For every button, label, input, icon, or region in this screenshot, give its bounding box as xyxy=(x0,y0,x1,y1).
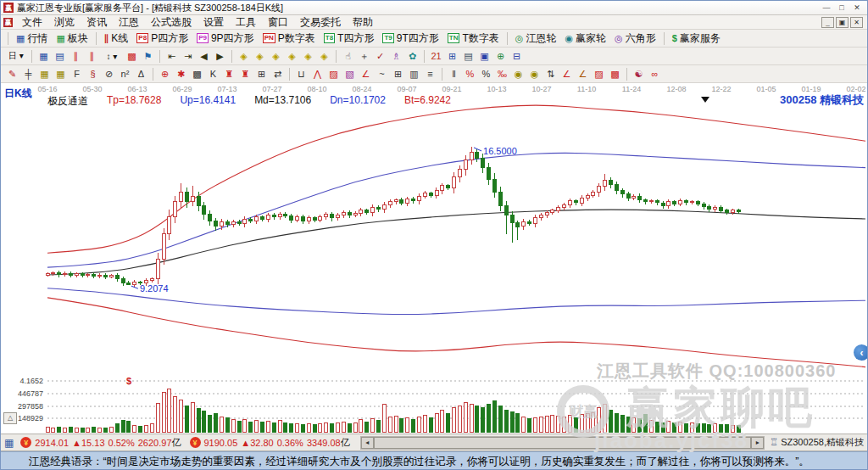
save-icon[interactable]: ▣ xyxy=(476,48,492,64)
mdi-minimize-button[interactable]: _ xyxy=(821,17,834,28)
toolbar-sectors-button[interactable]: ▦板块 xyxy=(56,31,87,46)
diamond-expand-v-icon[interactable]: ◈ xyxy=(284,48,300,64)
notepad-icon[interactable]: ▤ xyxy=(460,48,476,64)
menu-item-2[interactable]: 浏览 xyxy=(48,16,81,28)
gann-box-icon[interactable]: ▦ xyxy=(36,66,53,81)
volume-pane-toggle[interactable]: △ xyxy=(3,412,17,424)
magic-tool-icon[interactable]: ♗ xyxy=(388,48,404,64)
percent-box-icon[interactable]: % xyxy=(462,66,478,81)
mdi-close-button[interactable]: ✕ xyxy=(850,17,863,28)
menu-item-4[interactable]: 江恩 xyxy=(113,16,145,28)
toolbar-p-square-button[interactable]: P8P四方形 xyxy=(136,31,188,46)
candle-small-icon[interactable]: ∥ xyxy=(68,48,84,64)
diamond-expand-h-icon[interactable]: ◈ xyxy=(268,48,284,64)
taiji-icon[interactable]: ☯ xyxy=(631,66,647,81)
toolbar-winner-service-button[interactable]: $赢家服务 xyxy=(672,31,721,46)
angle-ruler-icon[interactable]: ∠ xyxy=(358,66,374,81)
quote-board-icon[interactable]: ▤ xyxy=(52,48,68,64)
crosshair-tool-icon[interactable]: ＋ xyxy=(356,48,372,64)
marker-tool-icon[interactable]: ✓ xyxy=(372,48,388,64)
hatch-lines-icon[interactable]: ╪ xyxy=(20,66,36,81)
toolbar-t-number-table-button[interactable]: TNT数字表 xyxy=(448,31,499,46)
menu-item-3[interactable]: 资讯 xyxy=(81,16,113,28)
flag-marker-icon[interactable]: ⚑ xyxy=(140,48,156,64)
menu-item-6[interactable]: 设置 xyxy=(198,16,230,28)
fan-lines-icon[interactable]: ✱ xyxy=(173,66,189,81)
fibonacci-icon[interactable]: F xyxy=(69,66,85,81)
cycle-tower-icon[interactable]: ♜ xyxy=(221,66,237,81)
arc-tool-icon[interactable]: ⊘ xyxy=(101,66,117,81)
pen-tool-icon[interactable]: ✎ xyxy=(4,66,20,81)
diamond-left-icon[interactable]: ◈ xyxy=(236,48,252,64)
scale-dropdown[interactable]: ↕ ▾ xyxy=(100,48,124,64)
current-stock[interactable]: ♖ SZ300258,精锻科技 xyxy=(770,436,864,449)
calendar-icon[interactable]: 21 xyxy=(428,48,444,64)
gann-box9-icon[interactable]: ▦ xyxy=(53,66,69,81)
diamond-zoom-in-icon[interactable]: ◈ xyxy=(300,48,316,64)
grid-fill-icon[interactable]: ▩ xyxy=(189,66,205,81)
next-bar-icon[interactable]: ▶ xyxy=(212,48,228,64)
square-number-icon[interactable]: n² xyxy=(117,66,133,81)
target-marker-icon[interactable]: ⊕ xyxy=(157,66,173,81)
menu-item-9[interactable]: 交易委托 xyxy=(294,16,347,28)
calculator-icon[interactable]: ⊞ xyxy=(444,48,460,64)
cycle-tower2-icon[interactable]: ♜ xyxy=(237,66,253,81)
channel-tool-icon[interactable]: ⊔ xyxy=(293,66,309,81)
toolbar-t-square-button[interactable]: T8T四方形 xyxy=(324,31,375,46)
period-day-dropdown[interactable]: 日 ▾ xyxy=(4,48,28,64)
toolbar-p9-square-button[interactable]: P99P四方形 xyxy=(197,31,253,46)
shade-box-icon[interactable]: ▨ xyxy=(326,66,342,81)
levels-tool-icon[interactable]: ≡ xyxy=(422,66,438,81)
candle-zoom-icon[interactable]: ∥ xyxy=(84,48,100,64)
permille-icon[interactable]: ‰ xyxy=(494,66,510,81)
bands-tool-icon[interactable]: ▥ xyxy=(406,66,422,81)
scroll-right-arrow[interactable]: ▸ xyxy=(751,437,764,449)
diamond-zoom-out-icon[interactable]: ◈ xyxy=(316,48,332,64)
spiral-icon[interactable]: § xyxy=(85,66,101,81)
zone-icon[interactable]: ▨ xyxy=(591,66,607,81)
f-angle-icon[interactable]: ∠ xyxy=(575,66,591,81)
prev-bar-icon[interactable]: ◀ xyxy=(196,48,212,64)
gold-ratio2-icon[interactable]: ◉ xyxy=(526,66,542,81)
maximize-button[interactable]: □ xyxy=(834,2,849,14)
collapse-panel-button[interactable]: ‹ xyxy=(854,344,868,361)
updown-icon[interactable]: ⇅ xyxy=(542,66,559,81)
mdi-restore-button[interactable]: ▣ xyxy=(836,17,849,28)
percent-icon[interactable]: % xyxy=(478,66,494,81)
shade-box2-icon[interactable]: ▧ xyxy=(342,66,358,81)
gold-ratio-icon[interactable]: ◉ xyxy=(510,66,526,81)
hand-tool-icon[interactable]: ☝ xyxy=(340,48,356,64)
menu-item-10[interactable]: 帮助 xyxy=(347,16,379,28)
quote-grid-icon[interactable]: ▦ xyxy=(4,437,14,449)
compare-icon[interactable]: ‖ xyxy=(446,66,462,81)
wave-tool-icon[interactable]: ~ xyxy=(374,66,390,81)
toolbar-quotes-button[interactable]: ▦行情 xyxy=(16,31,47,46)
date-grid-icon[interactable]: ⊞ xyxy=(253,66,270,81)
span-arrows-icon[interactable]: ⇄ xyxy=(270,66,286,81)
toolbar-hexagon-button[interactable]: ◎六角形 xyxy=(615,31,656,46)
close-button[interactable]: ✕ xyxy=(849,2,865,14)
kline-window-icon[interactable]: ▦ xyxy=(36,48,52,64)
toolbar-t9-square-button[interactable]: T99T四方形 xyxy=(382,31,438,46)
toolbar-gann-wheel-button[interactable]: ◎江恩轮 xyxy=(515,31,557,46)
data-export-icon[interactable]: ⊟ xyxy=(509,48,525,64)
diamond-right-icon[interactable]: ◈ xyxy=(252,48,268,64)
last-bar-icon[interactable]: ⇥ xyxy=(180,48,196,64)
menu-item-8[interactable]: 窗口 xyxy=(262,16,294,28)
scroll-left-arrow[interactable]: ◂ xyxy=(361,437,374,449)
infinity-icon[interactable]: ∞ xyxy=(647,66,663,81)
toolbar-kline-button[interactable]: ∥K线 xyxy=(104,31,129,46)
region-select-icon[interactable]: ▩ xyxy=(124,48,140,64)
toolbar-winner-wheel-button[interactable]: ◉赢家轮 xyxy=(565,31,606,46)
first-bar-icon[interactable]: ⇤ xyxy=(164,48,180,64)
menu-item-7[interactable]: 工具 xyxy=(230,16,262,28)
zone2-icon[interactable]: ▩ xyxy=(607,66,623,81)
j-angle-icon[interactable]: ∠ xyxy=(559,66,575,81)
triangle-tool-icon[interactable]: Δ xyxy=(133,66,149,81)
k-note-icon[interactable]: K xyxy=(205,66,221,81)
ribbon-tool-icon[interactable]: ✿ xyxy=(404,48,420,64)
toolbar-p-number-table-button[interactable]: PNP数字表 xyxy=(263,31,315,46)
rays-tool-icon[interactable]: ⋀ xyxy=(309,66,326,81)
menu-item-5[interactable]: 公式选股 xyxy=(145,16,198,28)
table-tool-icon[interactable]: ⊞ xyxy=(390,66,406,81)
